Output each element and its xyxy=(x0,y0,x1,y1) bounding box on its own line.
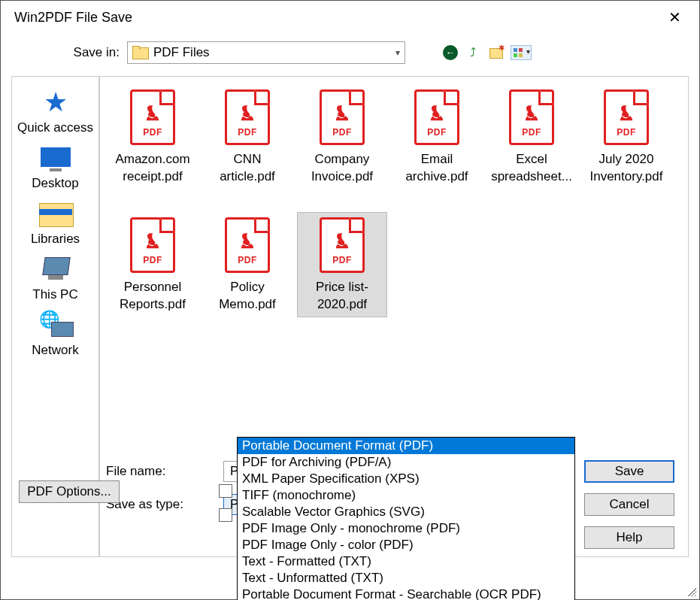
new-folder-icon[interactable] xyxy=(488,45,503,60)
file-item-label: Policy Memo.pdf xyxy=(205,279,290,314)
nav-back-icon[interactable]: ← xyxy=(443,45,458,60)
nav-up-icon[interactable]: ⤴ xyxy=(465,45,480,60)
places-item-this-pc[interactable]: This PC xyxy=(15,253,95,304)
pdf-file-icon: PDF xyxy=(225,217,270,273)
file-item-label: Personnel Reports.pdf xyxy=(110,279,195,314)
file-item[interactable]: PDFPrice list- 2020.pdf xyxy=(297,212,387,317)
this-pc-icon xyxy=(33,254,78,284)
save-in-combobox[interactable]: PDF Files ▾ xyxy=(127,41,405,64)
network-icon xyxy=(33,310,78,340)
type-option[interactable]: Portable Document Format (PDF) xyxy=(238,438,574,454)
save-button[interactable]: Save xyxy=(584,460,674,483)
type-option[interactable]: PDF Image Only - monochrome (PDF) xyxy=(238,520,574,537)
save-in-value: PDF Files xyxy=(153,45,210,60)
save-as-type-dropdown[interactable]: Portable Document Format (PDF)PDF for Ar… xyxy=(237,437,575,600)
type-option[interactable]: Text - Unformatted (TXT) xyxy=(238,570,574,586)
places-item-quick-access[interactable]: ★Quick access xyxy=(15,86,95,137)
close-icon[interactable]: ✕ xyxy=(663,8,686,26)
quick-access-icon: ★ xyxy=(33,87,78,117)
pdf-file-icon: PDF xyxy=(414,89,459,145)
folder-icon xyxy=(132,46,147,59)
file-item[interactable]: PDFPolicy Memo.pdf xyxy=(202,212,292,317)
type-option[interactable]: PDF for Archiving (PDF/A) xyxy=(238,454,574,471)
type-option[interactable]: XML Paper Specification (XPS) xyxy=(238,471,574,487)
type-option[interactable]: TIFF (monochrome) xyxy=(238,487,574,504)
pdf-file-icon: PDF xyxy=(320,217,365,273)
places-item-label: This PC xyxy=(15,287,95,302)
pdf-file-icon: PDF xyxy=(130,217,175,273)
cancel-button[interactable]: Cancel xyxy=(584,493,674,516)
places-item-libraries[interactable]: Libraries xyxy=(15,197,95,248)
type-option[interactable]: Portable Document Format - Searchable (O… xyxy=(238,586,574,600)
file-item-label: Email archive.pdf xyxy=(394,151,480,186)
file-item-label: CNN article.pdf xyxy=(205,151,290,186)
pdf-file-icon: PDF xyxy=(509,89,554,145)
file-item[interactable]: PDFPersonnel Reports.pdf xyxy=(108,212,198,317)
file-item[interactable]: PDFCompany Invoice.pdf xyxy=(297,84,387,189)
pdf-file-icon: PDF xyxy=(225,89,270,145)
file-item-label: Price list- 2020.pdf xyxy=(299,279,385,314)
title-bar: Win2PDF File Save ✕ xyxy=(1,1,699,34)
dialog-window: Win2PDF File Save ✕ Save in: PDF Files ▾… xyxy=(0,0,700,600)
file-item[interactable]: PDFCNN article.pdf xyxy=(202,84,292,189)
places-item-network[interactable]: Network xyxy=(15,308,95,359)
places-item-label: Desktop xyxy=(15,176,95,191)
file-item[interactable]: PDFEmail archive.pdf xyxy=(392,84,482,189)
file-item-label: Amazon.com receipt.pdf xyxy=(110,151,195,186)
type-option[interactable]: Scalable Vector Graphics (SVG) xyxy=(238,504,574,520)
places-item-label: Network xyxy=(15,343,95,358)
pdf-options-button[interactable]: PDF Options... xyxy=(19,480,120,503)
places-item-label: Quick access xyxy=(15,120,95,135)
window-title: Win2PDF File Save xyxy=(14,10,132,26)
pdf-file-icon: PDF xyxy=(130,89,175,145)
file-grid: PDFAmazon.com receipt.pdfPDFCNN article.… xyxy=(100,77,688,325)
help-button[interactable]: Help xyxy=(584,526,674,549)
libraries-icon xyxy=(33,198,78,229)
desktop-icon xyxy=(33,143,78,173)
file-item-label: Excel spreadsheet... xyxy=(489,151,574,186)
places-item-desktop[interactable]: Desktop xyxy=(15,141,95,192)
file-name-label: File name: xyxy=(103,464,208,479)
view-menu-icon[interactable] xyxy=(511,45,532,60)
places-item-label: Libraries xyxy=(15,232,95,247)
type-option[interactable]: PDF Image Only - color (PDF) xyxy=(238,537,574,553)
file-item[interactable]: PDFExcel spreadsheet... xyxy=(486,84,577,189)
resize-grip-icon[interactable] xyxy=(686,586,696,596)
location-toolbar: Save in: PDF Files ▾ ← ⤴ xyxy=(1,34,699,71)
file-item[interactable]: PDFJuly 2020 Inventory.pdf xyxy=(581,84,671,189)
nav-icon-group: ← ⤴ xyxy=(443,45,532,60)
file-item[interactable]: PDFAmazon.com receipt.pdf xyxy=(108,84,198,189)
type-option[interactable]: Text - Formatted (TXT) xyxy=(238,553,574,570)
checkbox-icon[interactable] xyxy=(219,484,232,498)
pdf-file-icon: PDF xyxy=(320,89,365,145)
checkbox-icon[interactable] xyxy=(219,508,232,522)
body-area: ★Quick accessDesktopLibrariesThis PCNetw… xyxy=(1,71,699,599)
file-item-label: Company Invoice.pdf xyxy=(299,151,385,186)
chevron-down-icon: ▾ xyxy=(395,47,400,58)
pdf-file-icon: PDF xyxy=(604,89,649,145)
file-item-label: July 2020 Inventory.pdf xyxy=(583,151,669,186)
save-in-label: Save in: xyxy=(59,45,120,60)
